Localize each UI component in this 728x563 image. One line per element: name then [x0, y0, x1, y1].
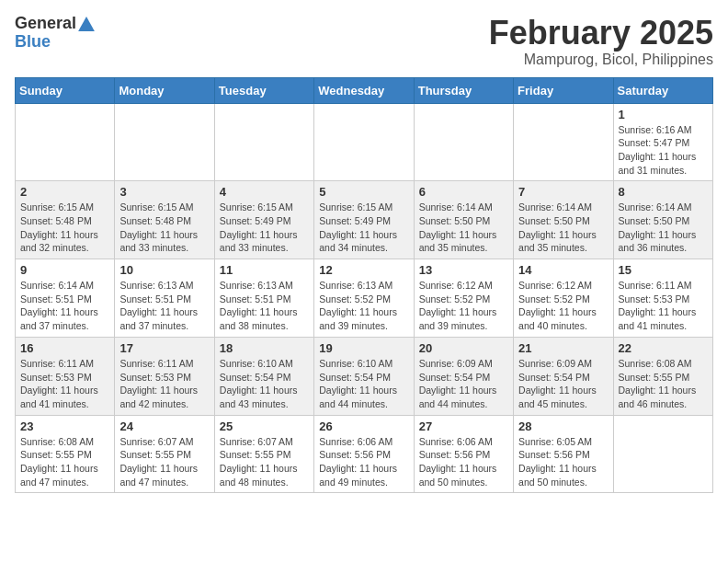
- day-info: Sunrise: 6:11 AM Sunset: 5:53 PM Dayligh…: [619, 279, 708, 333]
- day-info: Sunrise: 6:06 AM Sunset: 5:56 PM Dayligh…: [319, 435, 408, 489]
- day-number: 27: [419, 419, 508, 433]
- day-cell: 16Sunrise: 6:11 AM Sunset: 5:53 PM Dayli…: [16, 337, 115, 415]
- day-info: Sunrise: 6:15 AM Sunset: 5:48 PM Dayligh…: [20, 201, 109, 255]
- day-info: Sunrise: 6:08 AM Sunset: 5:55 PM Dayligh…: [619, 357, 708, 411]
- week-row-1: 1Sunrise: 6:16 AM Sunset: 5:47 PM Daylig…: [16, 103, 713, 181]
- day-cell: 27Sunrise: 6:06 AM Sunset: 5:56 PM Dayli…: [414, 415, 513, 493]
- day-cell: 4Sunrise: 6:15 AM Sunset: 5:49 PM Daylig…: [214, 181, 313, 259]
- day-cell: 26Sunrise: 6:06 AM Sunset: 5:56 PM Dayli…: [314, 415, 414, 493]
- day-cell: 20Sunrise: 6:09 AM Sunset: 5:54 PM Dayli…: [414, 337, 513, 415]
- weekday-header-row: SundayMondayTuesdayWednesdayThursdayFrid…: [16, 77, 713, 103]
- day-cell: 1Sunrise: 6:16 AM Sunset: 5:47 PM Daylig…: [613, 103, 712, 181]
- day-number: 15: [619, 263, 708, 277]
- weekday-header-wednesday: Wednesday: [314, 77, 414, 103]
- day-number: 14: [518, 263, 608, 277]
- day-info: Sunrise: 6:15 AM Sunset: 5:48 PM Dayligh…: [119, 201, 209, 255]
- day-info: Sunrise: 6:11 AM Sunset: 5:53 PM Dayligh…: [119, 357, 209, 411]
- day-number: 9: [20, 263, 109, 277]
- day-cell: 6Sunrise: 6:14 AM Sunset: 5:50 PM Daylig…: [414, 181, 513, 259]
- day-number: 28: [518, 419, 608, 433]
- day-cell: 5Sunrise: 6:15 AM Sunset: 5:49 PM Daylig…: [314, 181, 414, 259]
- day-number: 25: [220, 419, 309, 433]
- day-cell: 23Sunrise: 6:08 AM Sunset: 5:55 PM Dayli…: [16, 415, 115, 493]
- day-cell: 25Sunrise: 6:07 AM Sunset: 5:55 PM Dayli…: [214, 415, 313, 493]
- day-number: 23: [20, 419, 109, 433]
- day-number: 6: [419, 185, 508, 199]
- day-info: Sunrise: 6:14 AM Sunset: 5:50 PM Dayligh…: [419, 201, 508, 255]
- day-cell: [613, 415, 712, 493]
- day-info: Sunrise: 6:06 AM Sunset: 5:56 PM Dayligh…: [419, 435, 508, 489]
- title-area: February 2025 Mampurog, Bicol, Philippin…: [489, 15, 713, 68]
- day-number: 26: [319, 419, 408, 433]
- day-number: 17: [119, 341, 209, 355]
- day-number: 13: [419, 263, 508, 277]
- day-info: Sunrise: 6:09 AM Sunset: 5:54 PM Dayligh…: [419, 357, 508, 411]
- day-cell: 28Sunrise: 6:05 AM Sunset: 5:56 PM Dayli…: [514, 415, 613, 493]
- day-info: Sunrise: 6:07 AM Sunset: 5:55 PM Dayligh…: [119, 435, 209, 489]
- day-cell: [214, 103, 313, 181]
- weekday-header-monday: Monday: [115, 77, 214, 103]
- day-info: Sunrise: 6:09 AM Sunset: 5:54 PM Dayligh…: [518, 357, 608, 411]
- week-row-2: 2Sunrise: 6:15 AM Sunset: 5:48 PM Daylig…: [16, 181, 713, 259]
- week-row-3: 9Sunrise: 6:14 AM Sunset: 5:51 PM Daylig…: [16, 259, 713, 338]
- logo-blue-text: Blue: [15, 33, 51, 52]
- day-cell: [115, 103, 214, 181]
- day-number: 4: [220, 185, 309, 199]
- weekday-header-friday: Friday: [514, 77, 613, 103]
- day-number: 21: [518, 341, 608, 355]
- day-number: 11: [220, 263, 309, 277]
- day-info: Sunrise: 6:14 AM Sunset: 5:50 PM Dayligh…: [619, 201, 708, 255]
- day-cell: 8Sunrise: 6:14 AM Sunset: 5:50 PM Daylig…: [613, 181, 712, 259]
- day-number: 7: [518, 185, 608, 199]
- day-number: 3: [119, 185, 209, 199]
- day-cell: 12Sunrise: 6:13 AM Sunset: 5:52 PM Dayli…: [314, 259, 414, 338]
- weekday-header-thursday: Thursday: [414, 77, 513, 103]
- day-cell: 17Sunrise: 6:11 AM Sunset: 5:53 PM Dayli…: [115, 337, 214, 415]
- day-cell: [414, 103, 513, 181]
- day-number: 8: [619, 185, 708, 199]
- day-cell: 14Sunrise: 6:12 AM Sunset: 5:52 PM Dayli…: [514, 259, 613, 338]
- day-number: 5: [319, 185, 408, 199]
- day-number: 24: [119, 419, 209, 433]
- logo-icon: [78, 17, 95, 31]
- day-cell: 22Sunrise: 6:08 AM Sunset: 5:55 PM Dayli…: [613, 337, 712, 415]
- day-info: Sunrise: 6:16 AM Sunset: 5:47 PM Dayligh…: [619, 123, 708, 178]
- day-number: 1: [619, 108, 708, 121]
- week-row-5: 23Sunrise: 6:08 AM Sunset: 5:55 PM Dayli…: [16, 415, 713, 493]
- day-info: Sunrise: 6:12 AM Sunset: 5:52 PM Dayligh…: [518, 279, 608, 333]
- day-info: Sunrise: 6:14 AM Sunset: 5:51 PM Dayligh…: [20, 279, 109, 333]
- day-cell: [314, 103, 414, 181]
- location-title: Mampurog, Bicol, Philippines: [489, 52, 713, 68]
- day-info: Sunrise: 6:05 AM Sunset: 5:56 PM Dayligh…: [518, 435, 608, 489]
- month-year-title: February 2025: [489, 15, 713, 52]
- svg-marker-0: [78, 17, 95, 31]
- day-cell: 3Sunrise: 6:15 AM Sunset: 5:48 PM Daylig…: [115, 181, 214, 259]
- weekday-header-tuesday: Tuesday: [214, 77, 313, 103]
- day-cell: [514, 103, 613, 181]
- day-cell: 18Sunrise: 6:10 AM Sunset: 5:54 PM Dayli…: [214, 337, 313, 415]
- day-cell: 9Sunrise: 6:14 AM Sunset: 5:51 PM Daylig…: [16, 259, 115, 338]
- logo-general-text: General: [15, 15, 76, 33]
- day-info: Sunrise: 6:10 AM Sunset: 5:54 PM Dayligh…: [220, 357, 309, 411]
- week-row-4: 16Sunrise: 6:11 AM Sunset: 5:53 PM Dayli…: [16, 337, 713, 415]
- day-number: 12: [319, 263, 408, 277]
- day-info: Sunrise: 6:13 AM Sunset: 5:51 PM Dayligh…: [119, 279, 209, 333]
- header: General Blue February 2025 Mampurog, Bic…: [15, 15, 713, 68]
- day-info: Sunrise: 6:12 AM Sunset: 5:52 PM Dayligh…: [419, 279, 508, 333]
- day-cell: 2Sunrise: 6:15 AM Sunset: 5:48 PM Daylig…: [16, 181, 115, 259]
- day-cell: 11Sunrise: 6:13 AM Sunset: 5:51 PM Dayli…: [214, 259, 313, 338]
- day-number: 10: [119, 263, 209, 277]
- day-cell: 21Sunrise: 6:09 AM Sunset: 5:54 PM Dayli…: [514, 337, 613, 415]
- day-cell: 19Sunrise: 6:10 AM Sunset: 5:54 PM Dayli…: [314, 337, 414, 415]
- day-number: 16: [20, 341, 109, 355]
- day-cell: 13Sunrise: 6:12 AM Sunset: 5:52 PM Dayli…: [414, 259, 513, 338]
- day-number: 20: [419, 341, 508, 355]
- day-info: Sunrise: 6:13 AM Sunset: 5:52 PM Dayligh…: [319, 279, 408, 333]
- day-number: 2: [20, 185, 109, 199]
- day-cell: [16, 103, 115, 181]
- day-info: Sunrise: 6:11 AM Sunset: 5:53 PM Dayligh…: [20, 357, 109, 411]
- day-cell: 7Sunrise: 6:14 AM Sunset: 5:50 PM Daylig…: [514, 181, 613, 259]
- day-info: Sunrise: 6:15 AM Sunset: 5:49 PM Dayligh…: [220, 201, 309, 255]
- weekday-header-saturday: Saturday: [613, 77, 712, 103]
- logo: General Blue: [15, 15, 95, 52]
